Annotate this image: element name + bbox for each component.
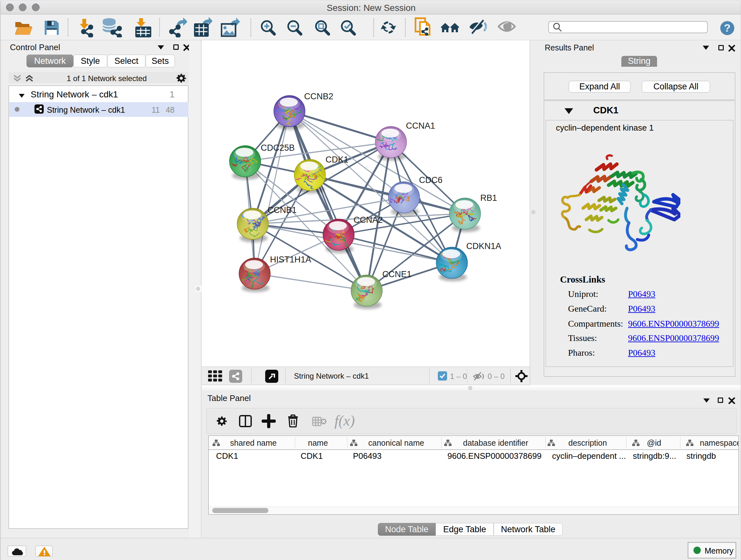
svg-text:RB1: RB1 — [480, 193, 497, 203]
svg-text:CDK1: CDK1 — [326, 155, 348, 165]
svg-text:HIST1H1A: HIST1H1A — [270, 255, 311, 264]
svg-text:CDC6: CDC6 — [419, 175, 443, 185]
svg-text:CDC25B: CDC25B — [261, 143, 295, 152]
svg-text:CCNE1: CCNE1 — [382, 269, 412, 279]
svg-text:CCNB1: CCNB1 — [267, 205, 297, 215]
svg-text:CCNB2: CCNB2 — [304, 91, 333, 101]
svg-text:CCNA1: CCNA1 — [406, 121, 435, 131]
svg-text:CDKN1A: CDKN1A — [466, 241, 501, 251]
svg-text:CCNA2: CCNA2 — [354, 215, 383, 225]
